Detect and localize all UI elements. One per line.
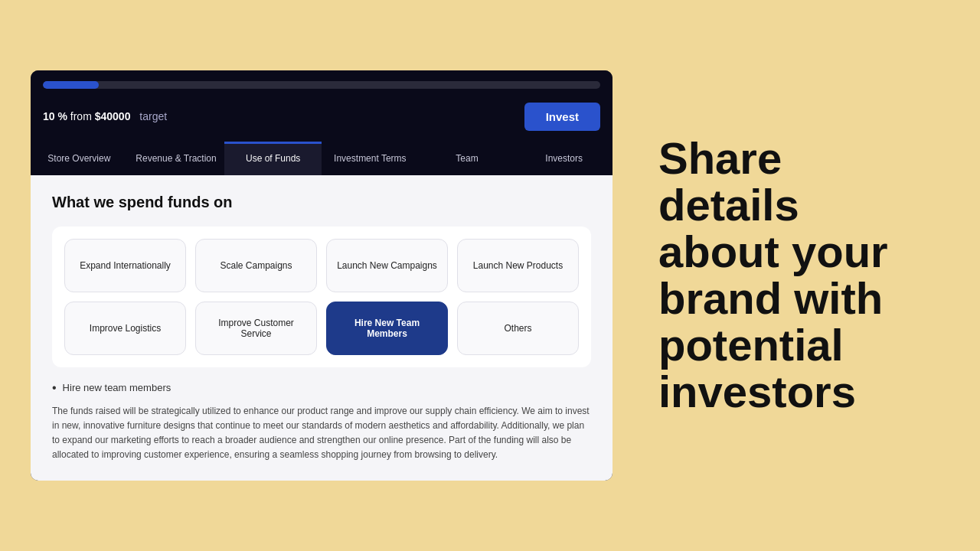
category-improve-logistics[interactable]: Improve Logistics — [64, 302, 186, 355]
section-title: What we spend funds on — [52, 194, 591, 211]
fund-bullet: Hire new team members — [52, 381, 591, 395]
invest-button[interactable]: Invest — [524, 103, 600, 131]
funding-from: from — [70, 110, 92, 122]
progress-section — [31, 70, 612, 96]
tab-investment-terms[interactable]: Investment Terms — [322, 142, 419, 175]
headline-line5: potential — [658, 320, 844, 370]
funding-info: 10 % from $40000 target — [43, 110, 167, 122]
category-others[interactable]: Others — [457, 302, 579, 355]
progress-fill — [43, 81, 99, 89]
right-panel: Share details about your brand with pote… — [612, 135, 949, 415]
tab-investors[interactable]: Investors — [515, 142, 612, 175]
progress-track — [43, 81, 600, 89]
category-expand-internationally[interactable]: Expand Internationally — [64, 239, 186, 292]
header-area: 10 % from $40000 target Invest — [31, 96, 612, 142]
category-hire-new-team-members[interactable]: Hire New Team Members — [326, 302, 448, 355]
headline-line6: investors — [658, 367, 856, 416]
headline-line2: details — [658, 180, 799, 230]
tab-team[interactable]: Team — [419, 142, 516, 175]
category-scale-campaigns[interactable]: Scale Campaigns — [195, 239, 317, 292]
content-area: What we spend funds on Expand Internatio… — [31, 175, 612, 481]
tab-revenue-traction[interactable]: Revenue & Traction — [128, 142, 225, 175]
funding-percent: 10 % — [43, 110, 67, 122]
funding-target: target — [139, 110, 167, 122]
bullet-text: Hire new team members — [63, 382, 172, 393]
headline-line1: Share — [658, 133, 782, 183]
tab-use-of-funds[interactable]: Use of Funds — [224, 142, 322, 175]
nav-tabs: Store Overview Revenue & Traction Use of… — [31, 142, 612, 175]
categories-grid: Expand Internationally Scale Campaigns L… — [52, 227, 591, 367]
category-launch-new-products[interactable]: Launch New Products — [457, 239, 579, 292]
tab-store-overview[interactable]: Store Overview — [31, 142, 128, 175]
funding-amount: $40000 — [95, 110, 131, 122]
headline-line4: brand with — [658, 273, 883, 323]
app-window: 10 % from $40000 target Invest Store Ove… — [31, 70, 612, 481]
fund-description: The funds raised will be strategically u… — [52, 404, 591, 463]
category-improve-customer-service[interactable]: Improve Customer Service — [195, 302, 317, 355]
category-launch-new-campaigns[interactable]: Launch New Campaigns — [326, 239, 448, 292]
headline-line3: about your — [658, 227, 888, 276]
headline-text: Share details about your brand with pote… — [658, 135, 888, 415]
